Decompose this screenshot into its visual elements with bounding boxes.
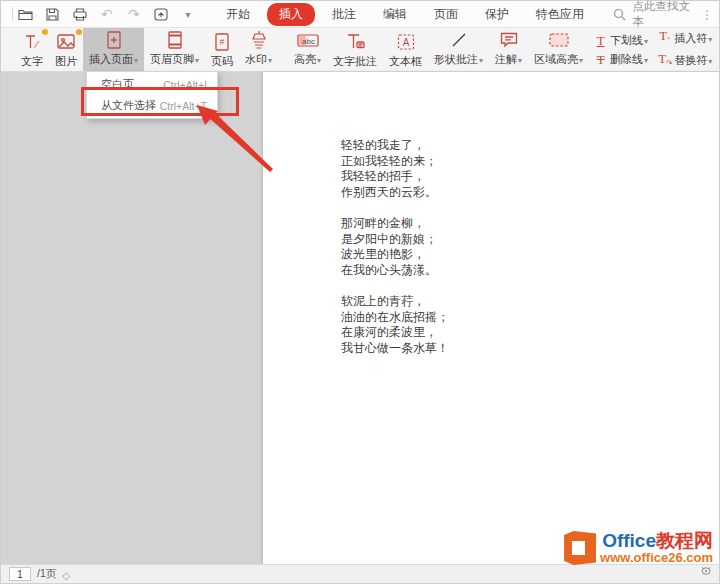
- poem-line: 油油的在水底招摇；: [341, 310, 449, 326]
- text-pen-icon: [21, 31, 43, 53]
- svg-text:#: #: [220, 37, 225, 47]
- underline-button[interactable]: T 下划线: [594, 33, 648, 48]
- menu-item-from-file[interactable]: 从文件选择 Ctrl+Alt+T: [87, 95, 217, 116]
- poem-line: [341, 278, 449, 294]
- chevron-down-icon[interactable]: [180, 6, 196, 22]
- text-comment-icon: [344, 31, 366, 53]
- poem-line: 我轻轻的招手，: [341, 169, 449, 185]
- tab-edit[interactable]: 编辑: [373, 3, 417, 26]
- search-input[interactable]: 点此查找文本: [612, 0, 713, 29]
- divider: [12, 7, 13, 21]
- total-pages-label: /1页: [37, 567, 56, 581]
- image-icon: [55, 31, 77, 53]
- tab-special-apps[interactable]: 特色应用: [526, 3, 594, 26]
- replace-icon: T: [658, 52, 671, 71]
- caret-insert-icon: T: [658, 29, 671, 48]
- insert-page-icon: [103, 29, 125, 51]
- brand-en: Office: [602, 530, 656, 551]
- text-comment-button[interactable]: 文字批注: [327, 28, 383, 71]
- badge-dot: [76, 29, 82, 35]
- poem-line: 软泥上的青荇，: [341, 294, 449, 310]
- search-placeholder: 点此查找文本: [632, 0, 695, 29]
- poem-line: 在我的心头荡漾。: [341, 263, 449, 279]
- document-page[interactable]: 轻轻的我走了， 正如我轻轻的来； 我轻轻的招手， 作别西天的云彩。 那河畔的金柳…: [263, 72, 720, 564]
- insert-text-button[interactable]: 文字: [15, 28, 49, 71]
- quick-access-toolbar: [18, 6, 196, 22]
- watermark-icon: [248, 29, 270, 51]
- tab-start[interactable]: 开始: [216, 3, 260, 26]
- region-highlight-button[interactable]: 区域高亮: [528, 28, 589, 71]
- tab-insert[interactable]: 插入: [267, 3, 315, 26]
- open-icon[interactable]: [18, 6, 34, 22]
- menu-item-blank-page[interactable]: 空白页 Ctrl+Alt+I: [87, 74, 217, 95]
- print-icon[interactable]: [72, 6, 88, 22]
- note-button[interactable]: 注解: [489, 28, 528, 71]
- tab-comment[interactable]: 批注: [322, 3, 366, 26]
- tab-protect[interactable]: 保护: [475, 3, 519, 26]
- watermark-button[interactable]: 水印: [239, 28, 278, 71]
- replace-symbol-button[interactable]: T 替换符: [658, 52, 712, 71]
- ribbon-toolbar: 文字 图片 插入页面 页眉页脚 # 页码: [1, 28, 719, 72]
- shape-comment-icon: [448, 29, 470, 51]
- header-footer-button[interactable]: 页眉页脚: [144, 28, 205, 71]
- insert-page-dropdown: 空白页 Ctrl+Alt+I 从文件选择 Ctrl+Alt+T: [86, 71, 218, 119]
- document-workspace: 轻轻的我走了， 正如我轻轻的来； 我轻轻的招手， 作别西天的云彩。 那河畔的金柳…: [1, 72, 719, 564]
- highlight-icon: abc: [296, 29, 320, 51]
- shape-comment-button[interactable]: 形状批注: [428, 28, 489, 71]
- undo-icon[interactable]: [99, 6, 115, 22]
- poem-line: [341, 200, 449, 216]
- badge-dot: [42, 29, 48, 35]
- highlight-button[interactable]: abc 高亮: [288, 28, 327, 71]
- poem-line: 在康河的柔波里，: [341, 325, 449, 341]
- header-footer-icon: [164, 29, 186, 51]
- poem-line: 波光里的艳影，: [341, 247, 449, 263]
- watermark-title: Office教程网: [602, 531, 713, 551]
- search-icon: [612, 6, 627, 22]
- caret-insert-button[interactable]: T 插入符: [658, 29, 712, 48]
- watermark-url: www.office26.com: [600, 551, 713, 565]
- office-logo-icon: [562, 531, 596, 565]
- tab-page[interactable]: 页面: [424, 3, 468, 26]
- wps-pdf-window: 开始 插入 批注 编辑 页面 保护 特色应用 点此查找文本 文字: [0, 0, 720, 584]
- office-logo-hole: [572, 541, 585, 555]
- underline-strike-group: T 下划线 T 删除线: [589, 28, 653, 71]
- ribbon-tabs: 开始 插入 批注 编辑 页面 保护 特色应用: [216, 3, 594, 26]
- poem-line: 那河畔的金柳，: [341, 216, 449, 232]
- site-watermark: Office教程网 www.office26.com: [562, 531, 713, 575]
- poem-line: 作别西天的云彩。: [341, 185, 449, 201]
- textbox-icon: A: [395, 31, 417, 53]
- textbox-button[interactable]: A 文本框: [383, 28, 428, 71]
- eye-doodle-icon: [699, 566, 713, 575]
- strikethrough-icon: T: [594, 53, 607, 66]
- poem-line: 轻轻的我走了，: [341, 138, 449, 154]
- svg-text:abc: abc: [302, 37, 315, 46]
- poem-line: 正如我轻轻的来；: [341, 154, 449, 170]
- caret-replace-group: T 插入符 T 替换符: [653, 28, 717, 71]
- current-page-input[interactable]: 1: [9, 567, 31, 581]
- page-number-button[interactable]: # 页码: [205, 28, 239, 71]
- redo-icon[interactable]: [126, 6, 142, 22]
- strikethrough-button[interactable]: T 删除线: [594, 52, 648, 67]
- underline-icon: T: [594, 34, 607, 47]
- save-icon[interactable]: [45, 6, 61, 22]
- page-number-icon: #: [211, 31, 233, 53]
- insert-page-button[interactable]: 插入页面: [83, 28, 144, 71]
- svg-text:A: A: [402, 37, 409, 48]
- poem-line: 我甘心做一条水草！: [341, 341, 449, 357]
- region-highlight-icon: [547, 29, 571, 51]
- poem-line: 是夕阳中的新娘；: [341, 232, 449, 248]
- menu-bar: 开始 插入 批注 编辑 页面 保护 特色应用 点此查找文本: [1, 1, 719, 28]
- search-options-icon[interactable]: [701, 5, 713, 23]
- switch-doc-icon[interactable]: [153, 6, 169, 22]
- insert-image-button[interactable]: 图片: [49, 28, 83, 71]
- watermark-text: Office教程网 www.office26.com: [600, 531, 713, 575]
- page-nav-icon[interactable]: [62, 565, 70, 583]
- brand-cn: 教程网: [656, 530, 713, 551]
- poem-text: 轻轻的我走了， 正如我轻轻的来； 我轻轻的招手， 作别西天的云彩。 那河畔的金柳…: [341, 138, 449, 356]
- note-icon: [498, 29, 520, 51]
